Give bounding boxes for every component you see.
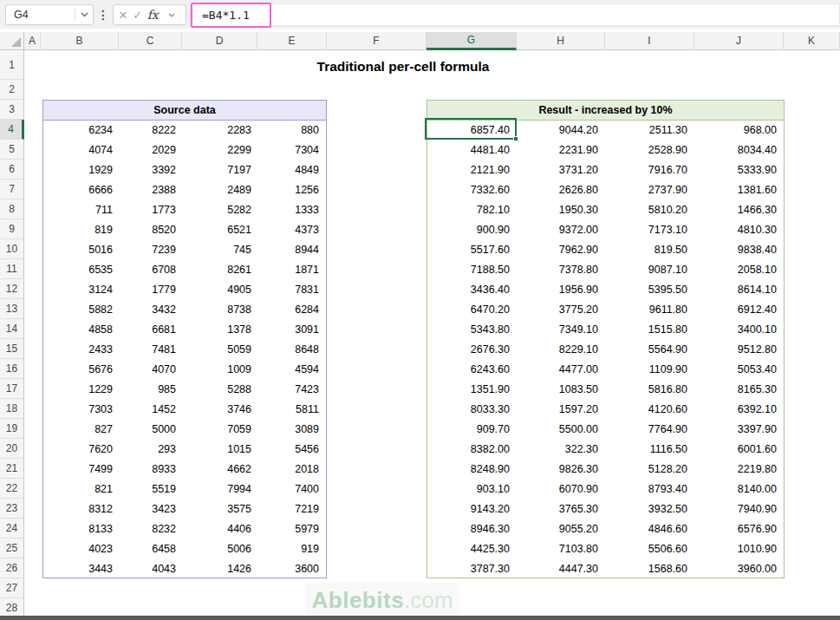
- cell-H9[interactable]: 9372.00: [517, 220, 605, 240]
- cell-H23[interactable]: 3765.30: [517, 499, 605, 519]
- cell-G7[interactable]: 7332.60: [427, 180, 517, 200]
- cell-C10[interactable]: 7239: [120, 240, 183, 260]
- cell-D20[interactable]: 1015: [183, 440, 258, 460]
- cell-H17[interactable]: 1083.50: [517, 380, 605, 400]
- cell-I23[interactable]: 3932.50: [605, 499, 694, 519]
- cell-J24[interactable]: 6576.90: [694, 519, 784, 539]
- cell-C14[interactable]: 6681: [120, 320, 183, 340]
- cell-J7[interactable]: 1381.60: [694, 180, 784, 200]
- cell-G10[interactable]: 5517.60: [427, 240, 517, 260]
- cell-E5[interactable]: 7304: [258, 140, 326, 160]
- cell-B5[interactable]: 4074: [43, 140, 120, 160]
- cell-B8[interactable]: 711: [43, 200, 120, 220]
- cell-H14[interactable]: 7349.10: [517, 320, 605, 340]
- cell-G6[interactable]: 2121.90: [427, 160, 517, 180]
- row-header-25[interactable]: 25: [0, 538, 24, 558]
- cell-E8[interactable]: 1333: [258, 200, 326, 220]
- cell-C23[interactable]: 3423: [120, 499, 183, 519]
- cell-B14[interactable]: 4858: [43, 320, 120, 340]
- cell-D7[interactable]: 2489: [183, 180, 258, 200]
- cell-G9[interactable]: 900.90: [427, 220, 517, 240]
- cell-D22[interactable]: 7994: [183, 480, 258, 499]
- cell-C16[interactable]: 4070: [120, 360, 183, 380]
- cell-D16[interactable]: 1009: [183, 360, 258, 380]
- cell-C5[interactable]: 2029: [120, 140, 183, 160]
- cell-E21[interactable]: 2018: [258, 460, 326, 480]
- cell-H6[interactable]: 3731.20: [517, 160, 605, 180]
- cell-J8[interactable]: 1466.30: [694, 200, 784, 220]
- cell-D26[interactable]: 1426: [183, 559, 258, 579]
- cell-C25[interactable]: 6458: [120, 539, 183, 559]
- cell-I16[interactable]: 1109.90: [605, 360, 694, 380]
- cell-I7[interactable]: 2737.90: [605, 180, 694, 200]
- row-header-13[interactable]: 13: [0, 299, 24, 319]
- cell-G25[interactable]: 4425.30: [427, 539, 517, 559]
- column-header-I[interactable]: I: [605, 32, 694, 50]
- cell-H15[interactable]: 8229.10: [517, 340, 605, 360]
- cell-G19[interactable]: 909.70: [427, 420, 517, 440]
- cell-C4[interactable]: 8222: [120, 121, 183, 140]
- cell-J4[interactable]: 968.00: [694, 121, 784, 140]
- cell-B20[interactable]: 7620: [43, 440, 120, 460]
- row-header-16[interactable]: 16: [0, 359, 24, 379]
- cell-B19[interactable]: 827: [43, 420, 120, 440]
- cell-C20[interactable]: 293: [120, 440, 183, 460]
- cell-H24[interactable]: 9055.20: [517, 519, 605, 539]
- cell-H7[interactable]: 2626.80: [517, 180, 605, 200]
- cell-B4[interactable]: 6234: [43, 121, 120, 140]
- cell-D14[interactable]: 1378: [183, 320, 258, 340]
- cell-G18[interactable]: 8033.30: [427, 400, 517, 420]
- column-header-F[interactable]: F: [327, 32, 427, 50]
- cell-J10[interactable]: 9838.40: [694, 240, 784, 260]
- cell-H20[interactable]: 322.30: [517, 440, 605, 460]
- cell-D4[interactable]: 2283: [183, 121, 258, 140]
- row-header-27[interactable]: 27: [0, 578, 24, 598]
- row-header-11[interactable]: 11: [0, 259, 24, 279]
- cell-B10[interactable]: 5016: [43, 240, 120, 260]
- cell-I11[interactable]: 9087.10: [605, 260, 694, 280]
- cell-B21[interactable]: 7499: [43, 460, 120, 480]
- cell-H5[interactable]: 2231.90: [517, 140, 605, 160]
- cell-C15[interactable]: 7481: [120, 340, 183, 360]
- cell-D17[interactable]: 5288: [183, 380, 258, 400]
- row-header-23[interactable]: 23: [0, 499, 24, 519]
- row-header-12[interactable]: 12: [0, 279, 24, 299]
- row-header-21[interactable]: 21: [0, 459, 24, 479]
- row-header-2[interactable]: 2: [0, 80, 24, 100]
- cell-H22[interactable]: 6070.90: [517, 480, 605, 499]
- cell-E24[interactable]: 5979: [258, 519, 326, 539]
- cell-E19[interactable]: 3089: [258, 420, 326, 440]
- row-header-17[interactable]: 17: [0, 379, 24, 399]
- cell-D12[interactable]: 4905: [183, 280, 258, 300]
- cell-I9[interactable]: 7173.10: [605, 220, 694, 240]
- cell-C21[interactable]: 8933: [120, 460, 183, 480]
- cell-B7[interactable]: 6666: [43, 180, 120, 200]
- cell-C17[interactable]: 985: [120, 380, 183, 400]
- cell-D25[interactable]: 5006: [183, 539, 258, 559]
- cell-D10[interactable]: 745: [183, 240, 258, 260]
- cell-I17[interactable]: 5816.80: [605, 380, 694, 400]
- cell-H18[interactable]: 1597.20: [517, 400, 605, 420]
- column-header-H[interactable]: H: [517, 32, 605, 50]
- cell-J14[interactable]: 3400.10: [694, 320, 784, 340]
- cell-J12[interactable]: 8614.10: [694, 280, 784, 300]
- cell-B16[interactable]: 5676: [43, 360, 120, 380]
- cell-J23[interactable]: 7940.90: [694, 499, 784, 519]
- cell-E6[interactable]: 4849: [258, 160, 326, 180]
- row-header-15[interactable]: 15: [0, 339, 24, 359]
- cell-J20[interactable]: 6001.60: [694, 440, 784, 460]
- row-header-26[interactable]: 26: [0, 558, 24, 578]
- cell-H21[interactable]: 9826.30: [517, 460, 605, 480]
- cell-E25[interactable]: 919: [258, 539, 326, 559]
- cell-B26[interactable]: 3443: [43, 559, 120, 579]
- cell-D15[interactable]: 5059: [183, 340, 258, 360]
- cell-B17[interactable]: 1229: [43, 380, 120, 400]
- cell-J16[interactable]: 5053.40: [694, 360, 784, 380]
- cell-E20[interactable]: 5456: [258, 440, 326, 460]
- cell-C7[interactable]: 2388: [120, 180, 183, 200]
- cell-B6[interactable]: 1929: [43, 160, 120, 180]
- cell-J6[interactable]: 5333.90: [694, 160, 784, 180]
- cell-H10[interactable]: 7962.90: [517, 240, 605, 260]
- cell-D11[interactable]: 8261: [183, 260, 258, 280]
- cell-G17[interactable]: 1351.90: [427, 380, 517, 400]
